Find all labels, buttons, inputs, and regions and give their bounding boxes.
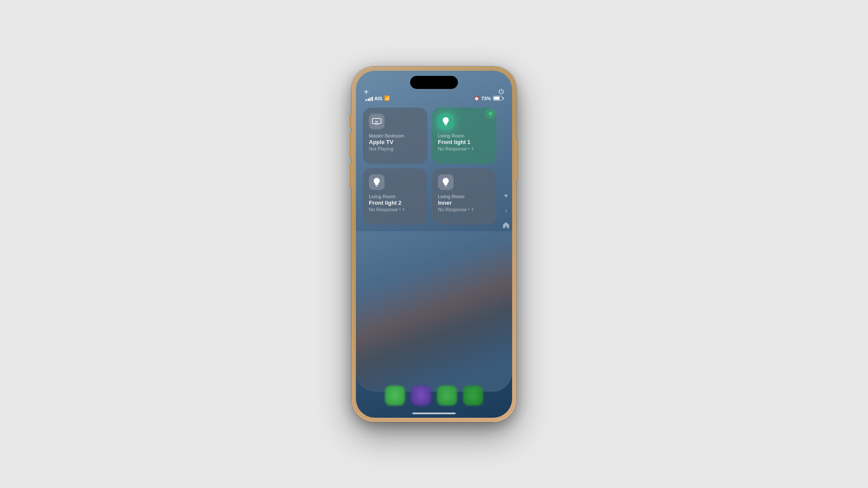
light1-device: Front light 1: [438, 139, 490, 146]
battery-fill: [494, 97, 500, 100]
appletv-room: Master Bedroom: [369, 133, 421, 139]
bulb-icon-1: [441, 117, 450, 126]
light1-status: No Response ⬆: [438, 146, 490, 151]
widget-front-light-2[interactable]: Living Room Front light 2 No Response ⬆: [363, 168, 427, 225]
app-dock: [356, 386, 512, 406]
appletv-logo-icon: tv: [372, 118, 381, 125]
status-dot-3: [468, 209, 470, 210]
svg-text:tv: tv: [375, 120, 378, 124]
blurred-background: [356, 231, 512, 392]
volume-up-button[interactable]: [350, 134, 352, 158]
add-widget-button[interactable]: +: [364, 87, 369, 97]
appletv-status: Not Playing: [369, 146, 421, 151]
light1-room: Living Room: [438, 133, 490, 139]
inner-device: Inner: [438, 200, 490, 207]
mute-button[interactable]: [350, 114, 352, 128]
phone-frame: AIS 📶 ⏰ 73% +: [352, 66, 516, 422]
light2-icon-container: [369, 174, 385, 190]
power-button-physical[interactable]: [516, 140, 518, 179]
status-dot: [468, 148, 470, 149]
home-icon[interactable]: [503, 222, 510, 230]
status-dot-2: [399, 209, 401, 210]
dock-icon-2[interactable]: [411, 386, 431, 406]
share-icon-1: ⬆: [471, 147, 474, 151]
bulb-icon-3: [441, 177, 450, 187]
signal-bar-3: [369, 98, 371, 101]
light2-status: No Response ⬆: [369, 207, 421, 212]
blur-overlay: [356, 231, 512, 392]
light2-room: Living Room: [369, 193, 421, 200]
signal-bar-2: [368, 98, 369, 101]
widget-appletv[interactable]: tv Master Bedroom Apple TV Not Playing: [363, 108, 427, 164]
share-icon-3: ⬆: [471, 207, 474, 212]
widgets-grid: tv Master Bedroom Apple TV Not Playing: [363, 108, 496, 225]
widget-front-light-1[interactable]: Living Room Front light 1 No Response ⬆: [432, 108, 496, 164]
inner-room: Living Room: [438, 193, 490, 200]
home-indicator: [412, 413, 456, 414]
top-action-bar: +: [356, 87, 512, 97]
heart-icon: ♥: [504, 192, 508, 199]
signal-bar-4: [372, 97, 373, 101]
power-icon-button[interactable]: [498, 88, 504, 96]
inner-status: No Response ⬆: [438, 207, 490, 212]
music-icon: ♪: [505, 207, 508, 214]
dock-icon-4[interactable]: [463, 386, 483, 406]
dock-icon-1[interactable]: [385, 386, 405, 406]
appletv-icon-container: tv: [369, 114, 385, 129]
appletv-device: Apple TV: [369, 139, 421, 146]
active-glow-ring: [487, 110, 494, 117]
signal-bar-1: [365, 99, 367, 101]
phone-screen: AIS 📶 ⏰ 73% +: [356, 71, 512, 418]
bulb-icon-2: [372, 177, 381, 187]
inner-icon-container: [438, 174, 454, 190]
widget-inner-light[interactable]: Living Room Inner No Response ⬆: [432, 168, 496, 225]
dock-icon-3[interactable]: [437, 386, 457, 406]
light1-icon-container: [438, 114, 454, 129]
widgets-area: tv Master Bedroom Apple TV Not Playing: [363, 108, 496, 225]
light2-device: Front light 2: [369, 200, 421, 207]
volume-down-button[interactable]: [350, 163, 352, 187]
share-icon-2: ⬆: [402, 207, 405, 212]
